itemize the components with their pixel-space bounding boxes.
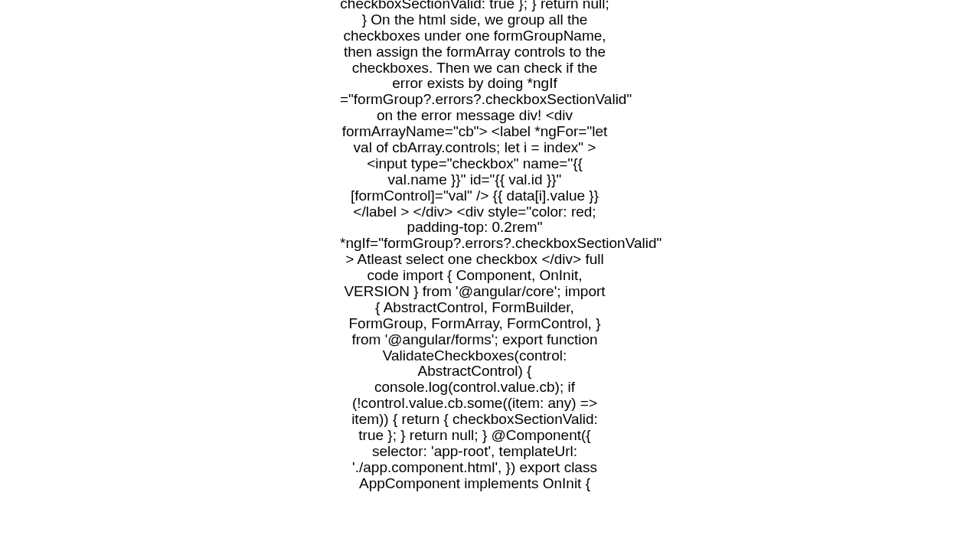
article-body-text: checkboxSectionValid: true }; } return n…: [340, 0, 609, 492]
